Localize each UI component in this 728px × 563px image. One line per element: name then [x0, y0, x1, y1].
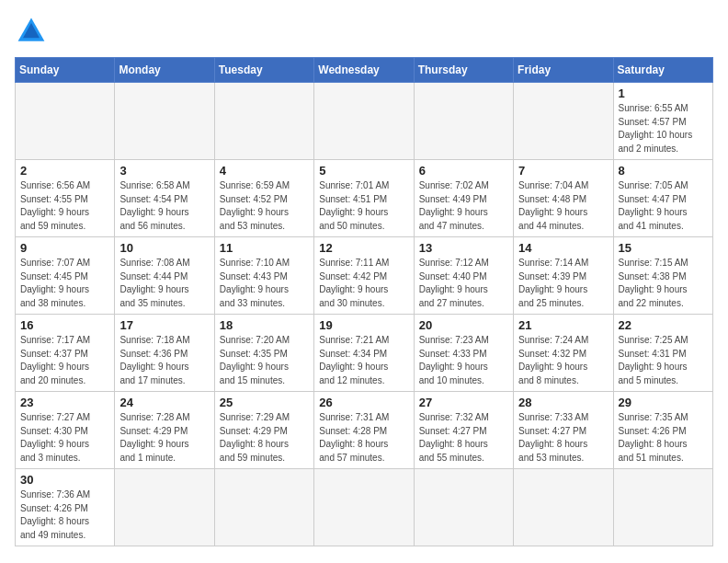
- day-info: Sunrise: 7:02 AM Sunset: 4:49 PM Dayligh…: [419, 179, 508, 233]
- calendar-cell: 29Sunrise: 7:35 AM Sunset: 4:26 PM Dayli…: [613, 392, 712, 469]
- calendar-cell: [514, 469, 613, 546]
- calendar-cell: 5Sunrise: 7:01 AM Sunset: 4:51 PM Daylig…: [314, 160, 414, 237]
- day-number: 19: [319, 318, 408, 332]
- day-info: Sunrise: 7:32 AM Sunset: 4:27 PM Dayligh…: [419, 411, 508, 465]
- day-number: 26: [319, 396, 408, 409]
- day-number: 5: [319, 164, 408, 178]
- header: [15, 15, 713, 48]
- calendar-cell: [214, 469, 313, 546]
- day-number: 1: [619, 86, 708, 100]
- calendar-cell: 6Sunrise: 7:02 AM Sunset: 4:49 PM Daylig…: [414, 160, 513, 237]
- day-number: 20: [419, 318, 508, 332]
- calendar-cell: [414, 83, 513, 160]
- day-number: 14: [518, 241, 608, 255]
- day-info: Sunrise: 7:29 AM Sunset: 4:29 PM Dayligh…: [220, 411, 309, 465]
- calendar-cell: [214, 83, 313, 160]
- day-info: Sunrise: 7:17 AM Sunset: 4:37 PM Dayligh…: [20, 334, 109, 387]
- day-number: 25: [220, 396, 309, 409]
- generalblue-logo-icon: [15, 15, 48, 48]
- day-number: 10: [119, 241, 209, 255]
- calendar-table: SundayMondayTuesdayWednesdayThursdayFrid…: [15, 57, 713, 546]
- day-info: Sunrise: 7:33 AM Sunset: 4:27 PM Dayligh…: [518, 411, 608, 465]
- day-number: 2: [20, 164, 109, 178]
- calendar-cell: 15Sunrise: 7:15 AM Sunset: 4:38 PM Dayli…: [613, 237, 712, 315]
- calendar-cell: 19Sunrise: 7:21 AM Sunset: 4:34 PM Dayli…: [314, 315, 414, 392]
- day-info: Sunrise: 7:07 AM Sunset: 4:45 PM Dayligh…: [20, 257, 109, 310]
- day-number: 15: [619, 241, 708, 255]
- calendar-cell: 27Sunrise: 7:32 AM Sunset: 4:27 PM Dayli…: [414, 392, 513, 469]
- day-info: Sunrise: 6:58 AM Sunset: 4:54 PM Dayligh…: [119, 179, 209, 233]
- day-info: Sunrise: 7:12 AM Sunset: 4:40 PM Dayligh…: [419, 257, 508, 310]
- day-number: 12: [319, 241, 408, 255]
- calendar-cell: 25Sunrise: 7:29 AM Sunset: 4:29 PM Dayli…: [214, 392, 313, 469]
- calendar-cell: 4Sunrise: 6:59 AM Sunset: 4:52 PM Daylig…: [214, 160, 313, 237]
- calendar-cell: [514, 83, 613, 160]
- calendar-cell: 14Sunrise: 7:14 AM Sunset: 4:39 PM Dayli…: [514, 237, 613, 315]
- day-number: 6: [419, 164, 508, 178]
- day-info: Sunrise: 7:20 AM Sunset: 4:35 PM Dayligh…: [220, 334, 309, 387]
- day-info: Sunrise: 6:56 AM Sunset: 4:55 PM Dayligh…: [20, 179, 109, 233]
- day-info: Sunrise: 7:01 AM Sunset: 4:51 PM Dayligh…: [319, 179, 408, 233]
- calendar-cell: 30Sunrise: 7:36 AM Sunset: 4:26 PM Dayli…: [16, 469, 115, 546]
- calendar-cell: 17Sunrise: 7:18 AM Sunset: 4:36 PM Dayli…: [115, 315, 214, 392]
- day-info: Sunrise: 6:55 AM Sunset: 4:57 PM Dayligh…: [619, 102, 708, 155]
- day-number: 29: [619, 396, 708, 409]
- day-number: 17: [119, 318, 209, 332]
- day-number: 18: [220, 318, 309, 332]
- calendar-cell: 18Sunrise: 7:20 AM Sunset: 4:35 PM Dayli…: [214, 315, 313, 392]
- weekday-header-saturday: Saturday: [613, 58, 712, 83]
- calendar-cell: 13Sunrise: 7:12 AM Sunset: 4:40 PM Dayli…: [414, 237, 513, 315]
- day-number: 23: [20, 396, 109, 409]
- day-info: Sunrise: 7:10 AM Sunset: 4:43 PM Dayligh…: [220, 257, 309, 310]
- day-number: 9: [20, 241, 109, 255]
- calendar-cell: [314, 83, 414, 160]
- day-info: Sunrise: 7:31 AM Sunset: 4:28 PM Dayligh…: [319, 411, 408, 465]
- weekday-header-sunday: Sunday: [16, 58, 115, 83]
- day-info: Sunrise: 7:08 AM Sunset: 4:44 PM Dayligh…: [119, 257, 209, 310]
- day-number: 24: [119, 396, 209, 409]
- calendar-week-row: 9Sunrise: 7:07 AM Sunset: 4:45 PM Daylig…: [16, 237, 713, 315]
- calendar-week-row: 1Sunrise: 6:55 AM Sunset: 4:57 PM Daylig…: [16, 83, 713, 160]
- day-info: Sunrise: 7:35 AM Sunset: 4:26 PM Dayligh…: [619, 411, 708, 465]
- calendar-week-row: 16Sunrise: 7:17 AM Sunset: 4:37 PM Dayli…: [16, 315, 713, 392]
- calendar-cell: 26Sunrise: 7:31 AM Sunset: 4:28 PM Dayli…: [314, 392, 414, 469]
- day-info: Sunrise: 6:59 AM Sunset: 4:52 PM Dayligh…: [220, 179, 309, 233]
- day-info: Sunrise: 7:11 AM Sunset: 4:42 PM Dayligh…: [319, 257, 408, 310]
- day-info: Sunrise: 7:24 AM Sunset: 4:32 PM Dayligh…: [518, 334, 608, 387]
- day-info: Sunrise: 7:28 AM Sunset: 4:29 PM Dayligh…: [119, 411, 209, 465]
- calendar-cell: 2Sunrise: 6:56 AM Sunset: 4:55 PM Daylig…: [16, 160, 115, 237]
- calendar-cell: 9Sunrise: 7:07 AM Sunset: 4:45 PM Daylig…: [16, 237, 115, 315]
- day-info: Sunrise: 7:23 AM Sunset: 4:33 PM Dayligh…: [419, 334, 508, 387]
- day-info: Sunrise: 7:04 AM Sunset: 4:48 PM Dayligh…: [518, 179, 608, 233]
- logo: [15, 15, 53, 48]
- day-number: 11: [220, 241, 309, 255]
- calendar-cell: [115, 469, 214, 546]
- day-number: 8: [619, 164, 708, 178]
- calendar-cell: [414, 469, 513, 546]
- calendar-cell: 21Sunrise: 7:24 AM Sunset: 4:32 PM Dayli…: [514, 315, 613, 392]
- day-number: 30: [20, 473, 109, 487]
- day-info: Sunrise: 7:27 AM Sunset: 4:30 PM Dayligh…: [20, 411, 109, 465]
- day-info: Sunrise: 7:25 AM Sunset: 4:31 PM Dayligh…: [619, 334, 708, 387]
- page-container: SundayMondayTuesdayWednesdayThursdayFrid…: [15, 15, 713, 546]
- calendar-week-row: 23Sunrise: 7:27 AM Sunset: 4:30 PM Dayli…: [16, 392, 713, 469]
- calendar-cell: 24Sunrise: 7:28 AM Sunset: 4:29 PM Dayli…: [115, 392, 214, 469]
- weekday-header-thursday: Thursday: [414, 58, 513, 83]
- calendar-cell: 20Sunrise: 7:23 AM Sunset: 4:33 PM Dayli…: [414, 315, 513, 392]
- day-info: Sunrise: 7:21 AM Sunset: 4:34 PM Dayligh…: [319, 334, 408, 387]
- calendar-cell: 28Sunrise: 7:33 AM Sunset: 4:27 PM Dayli…: [514, 392, 613, 469]
- calendar-cell: [115, 83, 214, 160]
- weekday-header-monday: Monday: [115, 58, 214, 83]
- day-info: Sunrise: 7:36 AM Sunset: 4:26 PM Dayligh…: [20, 488, 109, 542]
- calendar-cell: 10Sunrise: 7:08 AM Sunset: 4:44 PM Dayli…: [115, 237, 214, 315]
- day-number: 3: [119, 164, 209, 178]
- weekday-header-wednesday: Wednesday: [314, 58, 414, 83]
- calendar-week-row: 2Sunrise: 6:56 AM Sunset: 4:55 PM Daylig…: [16, 160, 713, 237]
- day-number: 21: [518, 318, 608, 332]
- day-number: 27: [419, 396, 508, 409]
- day-number: 4: [220, 164, 309, 178]
- calendar-cell: 16Sunrise: 7:17 AM Sunset: 4:37 PM Dayli…: [16, 315, 115, 392]
- day-number: 28: [518, 396, 608, 409]
- calendar-cell: [314, 469, 414, 546]
- calendar-cell: 11Sunrise: 7:10 AM Sunset: 4:43 PM Dayli…: [214, 237, 313, 315]
